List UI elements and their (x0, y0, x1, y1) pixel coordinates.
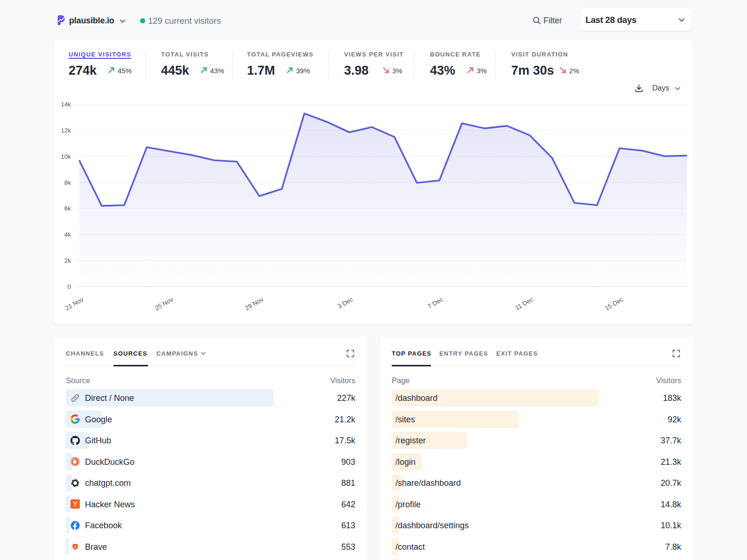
svg-text:21 Nov: 21 Nov (64, 295, 85, 312)
svg-text:4k: 4k (64, 231, 71, 238)
svg-text:7 Dec: 7 Dec (426, 295, 444, 310)
svg-text:12k: 12k (61, 127, 71, 134)
svg-text:29 Nov: 29 Nov (244, 295, 265, 312)
svg-text:3 Dec: 3 Dec (336, 295, 354, 310)
svg-text:6k: 6k (64, 205, 71, 212)
svg-text:15 Dec: 15 Dec (604, 295, 625, 312)
svg-text:8k: 8k (64, 179, 71, 186)
svg-text:0: 0 (67, 283, 71, 290)
svg-text:11 Dec: 11 Dec (514, 295, 535, 311)
svg-text:14k: 14k (61, 101, 71, 108)
svg-text:10k: 10k (61, 153, 71, 160)
svg-text:25 Nov: 25 Nov (154, 295, 175, 312)
svg-text:2k: 2k (64, 257, 71, 264)
